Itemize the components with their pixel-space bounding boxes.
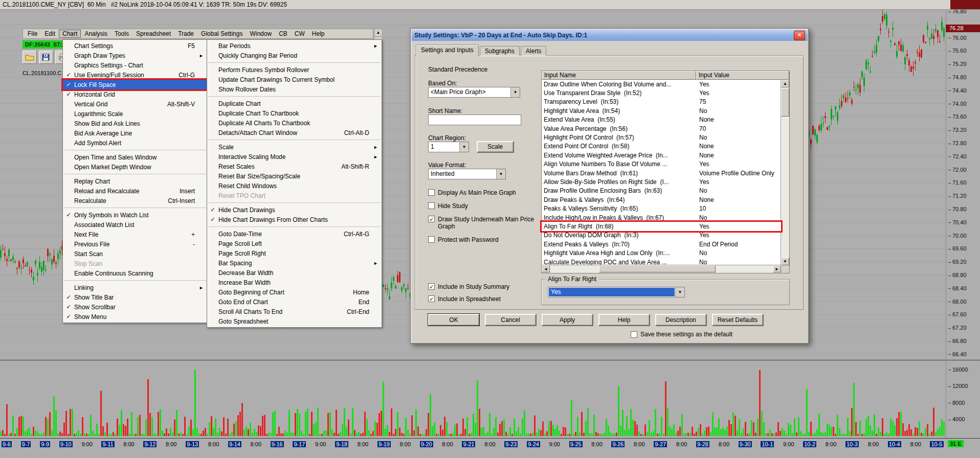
menu-item-decrease-bar-width[interactable]: Decrease Bar Width — [207, 268, 382, 278]
ok-button[interactable]: OK — [428, 314, 479, 326]
menu-item-interactive-scaling-mode[interactable]: Interactive Scaling Mode► — [207, 152, 382, 162]
checkbox-include-in-spreadsheet[interactable]: ✓ — [428, 295, 435, 302]
save-button[interactable] — [39, 51, 53, 64]
menu-item-page-scroll-left[interactable]: Page Scroll Left — [207, 239, 382, 248]
table-row[interactable]: Highlight Value Area (In:54)No — [542, 106, 781, 115]
short-name-input[interactable] — [428, 114, 521, 125]
menu-cb[interactable]: CB — [275, 30, 291, 38]
checkbox-protect-with-password[interactable] — [428, 236, 435, 243]
menu-trade[interactable]: Trade — [174, 30, 197, 38]
table-row[interactable]: Highlight Value Area High and Low Only (… — [542, 248, 781, 257]
scroll-up-icon[interactable]: ▲ — [781, 80, 789, 87]
open-file-button[interactable] — [23, 51, 37, 64]
description-button[interactable]: Description — [655, 314, 706, 326]
menu-chart[interactable]: Chart — [59, 30, 81, 38]
checkbox-draw-study-underneath-main-price-graph[interactable]: ✓ — [428, 216, 435, 222]
menu-item-reset-child-windows[interactable]: Reset Child Windows — [207, 181, 382, 191]
menu-item-reset-bar-size-spacing-scale[interactable]: Reset Bar Size/Spacing/Scale — [207, 171, 382, 181]
scroll-down-icon[interactable]: ▼ — [781, 258, 789, 265]
checkbox-display-as-main-price-graph[interactable] — [428, 189, 435, 196]
value-format-select[interactable]: Inherited ▼ — [428, 169, 506, 179]
table-row[interactable]: Extend Point Of Control (In:58)None — [542, 142, 781, 151]
table-row[interactable]: Do Not Overlap DOM Graph (In:3)Yes — [542, 231, 781, 240]
menu-item-linking[interactable]: Linking► — [63, 283, 207, 292]
menu-item-graph-draw-types[interactable]: Graph Draw Types► — [63, 51, 207, 60]
column-header-input-value[interactable]: Input Value — [696, 71, 789, 80]
table-row[interactable]: Align Volume Numbers To Base Of Volume .… — [542, 160, 781, 169]
table-row[interactable]: Value Area Percentage (In:56)70 — [542, 124, 781, 133]
menu-item-graphics-settings-chart[interactable]: Graphics Settings - Chart — [63, 60, 207, 70]
table-horizontal-scrollbar[interactable]: ◄ ► — [542, 265, 781, 273]
dialog-titlebar[interactable]: Study Settings: VbP - 20 Days at End - A… — [412, 30, 808, 41]
table-vertical-scrollbar[interactable]: ▲ ▼ — [781, 80, 789, 265]
menu-item-use-evening-full-session[interactable]: ✓Use Evening/Full SessionCtrl-G — [63, 70, 207, 80]
table-row[interactable]: Align To Far Right (In:68)Yes — [542, 222, 781, 231]
menu-item-goto-end-of-chart[interactable]: Goto End of ChartEnd — [207, 297, 382, 307]
menu-item-goto-spreadsheet[interactable]: Goto Spreadsheet — [207, 316, 382, 326]
checkbox-hide-study[interactable] — [428, 202, 435, 209]
menu-item-reload-and-recalculate[interactable]: Reload and RecalculateInsert — [63, 186, 207, 196]
menu-item-duplicate-chart-to-chartbook[interactable]: Duplicate Chart To Chartbook — [207, 108, 382, 118]
menu-item-add-symbol-alert[interactable]: Add Symbol Alert — [63, 138, 207, 148]
chevron-down-icon[interactable]: ▼ — [510, 87, 520, 97]
menu-item-lock-fill-space[interactable]: ✓Lock Fill Space — [63, 80, 207, 89]
menu-item-increase-bar-width[interactable]: Increase Bar Width — [207, 278, 382, 287]
chevron-down-icon[interactable]: ▼ — [675, 287, 684, 297]
table-row[interactable]: Volume Bars Draw Method (In:61)Volume Pr… — [542, 169, 781, 177]
table-row[interactable]: Extend Volume Weighted Average Price (In… — [542, 151, 781, 159]
cancel-button[interactable]: Cancel — [485, 314, 536, 326]
close-icon[interactable]: ✕ — [794, 31, 805, 40]
menu-item-show-title-bar[interactable]: ✓Show Title Bar — [63, 292, 207, 302]
table-row[interactable]: Allow Side-By-Side Profiles on Right Sid… — [542, 177, 781, 186]
menu-item-chart-settings[interactable]: Chart SettingsF5 — [63, 41, 207, 51]
menu-item-goto-date-time[interactable]: Goto Date-TimeCtrl-Alt-G — [207, 229, 382, 239]
menu-item-logarithmic-scale[interactable]: Logarithmic Scale — [63, 109, 207, 119]
menu-analysis[interactable]: Analysis — [81, 30, 111, 38]
menu-item-recalculate[interactable]: RecalculateCtrl-Insert — [63, 196, 207, 205]
table-row[interactable]: Extend Value Area (In:55)None — [542, 116, 781, 124]
menu-item-only-symbols-in-watch-list[interactable]: ✓Only Symbols in Watch List — [63, 210, 207, 220]
checkbox-include-in-study-summary[interactable]: ✓ — [428, 283, 435, 290]
tab-settings-and-inputs[interactable]: Settings and Inputs — [416, 44, 479, 56]
menu-item-bar-periods[interactable]: Bar Periods► — [207, 41, 382, 51]
table-row[interactable]: Draw Outline When Coloring Bid Volume an… — [542, 80, 781, 88]
session-status-badge[interactable]: 31 E — [948, 440, 964, 447]
menu-cw[interactable]: CW — [291, 30, 308, 38]
column-header-input-name[interactable]: Input Name — [542, 71, 696, 80]
chart-region-select[interactable]: 1 ▼ — [428, 142, 469, 152]
menu-spreadsheet[interactable]: Spreadsheet — [132, 30, 174, 38]
menu-item-start-scan[interactable]: Start Scan — [63, 249, 207, 259]
table-row[interactable]: Draw Peaks & Valleys (In:64)None — [542, 195, 781, 204]
apply-button[interactable]: Apply — [542, 314, 593, 326]
menu-item-scroll-all-charts-to-end[interactable]: Scroll All Charts To EndCtrl-End — [207, 307, 382, 316]
menu-item-next-file[interactable]: Next File+ — [63, 230, 207, 239]
menu-item-page-scroll-right[interactable]: Page Scroll Right — [207, 248, 382, 258]
menu-item-hide-chart-drawings-from-other-charts[interactable]: ✓Hide Chart Drawings From Other Charts — [207, 215, 382, 224]
menu-item-enable-continuous-scanning[interactable]: Enable Continuous Scanning — [63, 268, 207, 278]
menu-item-quickly-changing-bar-period[interactable]: Quickly Changing Bar Period — [207, 51, 382, 60]
help-button[interactable]: Help — [598, 314, 650, 326]
menu-edit[interactable]: Edit — [41, 30, 59, 38]
chevron-down-icon[interactable]: ▼ — [459, 142, 469, 152]
menu-item-show-rollover-dates[interactable]: Show Rollover Dates — [207, 84, 382, 94]
chevron-down-icon[interactable]: ▼ — [496, 169, 505, 179]
table-row[interactable]: Use Transparent Draw Style (In:52)Yes — [542, 88, 781, 97]
menu-item-open-time-and-sales-window[interactable]: Open Time and Sales Window — [63, 152, 207, 162]
scroll-right-icon[interactable]: ► — [773, 265, 781, 272]
menu-item-horizontal-grid[interactable]: ✓Horizontal Grid — [63, 89, 207, 99]
tab-subgraphs[interactable]: Subgraphs — [480, 46, 520, 56]
scroll-left-icon[interactable]: ◄ — [542, 265, 550, 272]
menu-item-bid-ask-average-line[interactable]: Bid Ask Average Line — [63, 128, 207, 138]
menu-item-previous-file[interactable]: Previous File- — [63, 239, 207, 249]
menu-help[interactable]: Help — [308, 30, 328, 38]
scroll-up-icon[interactable]: ▲ — [374, 29, 382, 37]
menu-item-duplicate-all-charts-to-chartbook[interactable]: Duplicate All Charts To Chartbook — [207, 118, 382, 128]
menu-item-replay-chart[interactable]: Replay Chart — [63, 176, 207, 186]
scrollbar-thumb[interactable] — [599, 265, 716, 272]
menu-item-update-chart-drawings-to-current-symbol[interactable]: Update Chart Drawings To Current Symbol — [207, 75, 382, 84]
menu-item-show-menu[interactable]: ✓Show Menu — [63, 312, 207, 322]
menu-item-associated-watch-list[interactable]: Associated Watch List — [63, 220, 207, 230]
menu-item-scale[interactable]: Scale► — [207, 142, 382, 152]
menu-item-reset-scales[interactable]: Reset ScalesAlt-Shift-R — [207, 162, 382, 171]
menu-item-detach-attach-chart-window[interactable]: Detach/Attach Chart WindowCtrl-Alt-D — [207, 128, 382, 138]
